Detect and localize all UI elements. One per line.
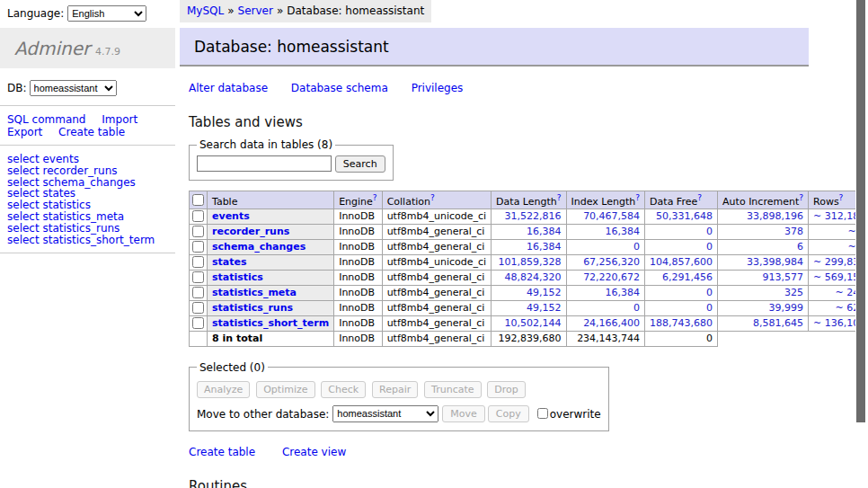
language-label: Language:	[7, 7, 64, 20]
collation-cell: utf8mb4_general_ci	[382, 270, 491, 285]
index-length-cell: 0	[566, 239, 645, 254]
sidebar-select-table-link[interactable]: select recorder_runs	[7, 165, 168, 177]
create-link[interactable]: Create view	[282, 446, 346, 458]
breadcrumb-server-link[interactable]: Server	[238, 4, 273, 17]
row-checkbox-cell	[190, 224, 208, 239]
move-db-select[interactable]: homeassistant	[332, 405, 438, 422]
sidebar-action-link[interactable]: Create table	[58, 126, 125, 138]
create-link[interactable]: Create table	[189, 446, 255, 458]
table-name-link[interactable]: statistics_meta	[212, 287, 297, 298]
sidebar-select-table-link[interactable]: select events	[7, 154, 168, 165]
column-header: Collation?	[382, 191, 491, 209]
table-name-link[interactable]: statistics_runs	[212, 302, 293, 314]
engine-cell: InnoDB	[334, 224, 382, 239]
table-row: recorder_runs InnoDB utf8mb4_general_ci …	[190, 224, 868, 239]
sidebar-select-table-link[interactable]: select statistics_short_term	[7, 235, 168, 246]
database-nav-link[interactable]: Database schema	[291, 82, 388, 94]
column-header: Data Length?	[492, 191, 566, 209]
total-collation-cell: utf8mb4_general_ci	[382, 331, 491, 346]
collation-cell: utf8mb4_general_ci	[382, 300, 491, 315]
table-name-link[interactable]: schema_changes	[212, 241, 306, 253]
auto-increment-cell: 378	[718, 224, 809, 239]
db-selector-row: DB:homeassistant	[0, 68, 175, 106]
row-checkbox-cell	[190, 254, 208, 270]
row-checkbox[interactable]	[192, 241, 204, 253]
sidebar-action-link[interactable]: SQL command	[7, 113, 85, 126]
row-checkbox[interactable]	[192, 256, 204, 268]
table-name-cell: statistics_runs	[208, 300, 334, 315]
table-total-row: 8 in total InnoDB utf8mb4_general_ci 192…	[190, 331, 868, 346]
sidebar-actions: SQL command Import Export Create table	[0, 106, 175, 146]
collation-cell: utf8mb4_general_ci	[382, 285, 491, 300]
table-name-link[interactable]: recorder_runs	[212, 226, 289, 237]
table-header-row: Table Engine? Collation? Data Length? In…	[190, 191, 868, 209]
column-help-link[interactable]: ?	[430, 193, 435, 202]
data-free-cell: 0	[645, 224, 718, 239]
table-name-link[interactable]: states	[212, 256, 247, 268]
index-length-cell: 16,384	[566, 285, 645, 300]
data-free-cell: 104,857,600	[645, 254, 718, 270]
selected-action-button: Repair	[372, 381, 418, 398]
row-checkbox-cell	[190, 209, 208, 224]
create-links: Create table Create view	[189, 446, 809, 458]
sidebar-action-link[interactable]: Export	[7, 126, 42, 138]
select-all-checkbox[interactable]	[192, 194, 204, 206]
column-header: Index Length?	[566, 191, 645, 209]
selected-legend: Selected (0)	[197, 361, 268, 374]
engine-cell: InnoDB	[334, 254, 382, 270]
row-checkbox[interactable]	[192, 302, 204, 314]
table-row: statistics_runs InnoDB utf8mb4_general_c…	[190, 300, 868, 315]
column-header: Auto Increment?	[718, 191, 809, 209]
column-header: Data Free?	[645, 191, 718, 209]
table-name-link[interactable]: statistics_short_term	[212, 317, 329, 329]
data-free-cell: 0	[645, 285, 718, 300]
column-help-link[interactable]: ?	[373, 193, 377, 202]
sidebar: Language:English Adminer 4.7.9 DB:homeas…	[0, 0, 175, 488]
table-row: states InnoDB utf8mb4_unicode_ci 101,859…	[190, 254, 868, 270]
column-help-link[interactable]: ?	[557, 193, 562, 202]
search-legend: Search data in tables (8)	[197, 138, 335, 151]
column-help-link[interactable]: ?	[799, 193, 803, 202]
language-select[interactable]: English	[67, 5, 146, 22]
data-free-cell: 0	[645, 300, 718, 315]
data-length-cell: 10,502,144	[492, 315, 566, 331]
total-engine-cell: InnoDB	[334, 331, 382, 346]
column-help-link[interactable]: ?	[839, 193, 844, 202]
row-checkbox-cell	[190, 270, 208, 285]
row-checkbox[interactable]	[192, 317, 204, 329]
sidebar-select-table-link[interactable]: select statistics_runs	[7, 223, 168, 235]
collation-cell: utf8mb4_general_ci	[382, 224, 491, 239]
table-row: statistics InnoDB utf8mb4_general_ci 48,…	[190, 270, 868, 285]
total-empty-cell	[190, 331, 208, 346]
search-fieldset: Search data in tables (8) Search	[189, 138, 394, 181]
row-checkbox[interactable]	[192, 226, 204, 237]
table-name-link[interactable]: events	[212, 210, 250, 222]
database-nav-link[interactable]: Privileges	[412, 82, 464, 94]
column-help-link[interactable]: ?	[697, 193, 702, 202]
row-checkbox-cell	[190, 315, 208, 331]
page-title: Database: homeassistant	[180, 28, 809, 67]
selected-action-button: Check	[321, 381, 366, 398]
row-checkbox[interactable]	[192, 287, 204, 298]
auto-increment-cell: 33,898,196	[718, 209, 809, 224]
breadcrumb-server-type-link[interactable]: MySQL	[187, 4, 224, 17]
row-checkbox[interactable]	[192, 210, 204, 222]
search-button[interactable]: Search	[335, 155, 385, 173]
row-checkbox[interactable]	[192, 271, 204, 283]
sidebar-action-link[interactable]: Import	[102, 113, 137, 126]
overwrite-checkbox[interactable]	[537, 408, 548, 419]
db-select[interactable]: homeassistant	[30, 80, 117, 96]
vertical-scrollbar-thumb[interactable]	[856, 0, 865, 422]
table-name-link[interactable]: statistics	[212, 271, 263, 283]
column-help-link[interactable]: ?	[635, 193, 640, 202]
sidebar-select-table-link[interactable]: select statistics_meta	[7, 211, 168, 223]
column-header: Engine?	[334, 191, 382, 209]
index-length-cell: 70,467,584	[566, 209, 645, 224]
search-input[interactable]	[197, 155, 332, 172]
table-name-cell: statistics_meta	[208, 285, 334, 300]
database-nav-link[interactable]: Alter database	[189, 82, 268, 94]
vertical-scrollbar-track[interactable]	[855, 0, 868, 488]
index-length-cell: 24,166,400	[566, 315, 645, 331]
engine-cell: InnoDB	[334, 239, 382, 254]
table-name-cell: recorder_runs	[208, 224, 334, 239]
